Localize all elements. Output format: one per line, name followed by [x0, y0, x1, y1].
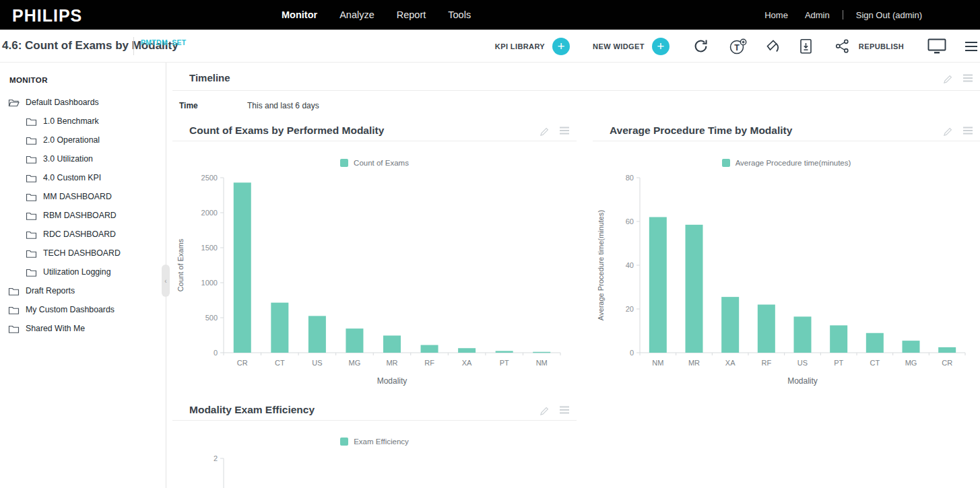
- bar-RF[interactable]: [421, 345, 438, 353]
- svg-text:RF: RF: [761, 359, 771, 367]
- add-text-icon[interactable]: T: [728, 37, 748, 56]
- widget-menu-icon[interactable]: [559, 126, 570, 140]
- folder-icon: [26, 230, 37, 240]
- tree-item-3-0-utilization[interactable]: 3.0 Utilization: [0, 149, 166, 168]
- bar-CR[interactable]: [938, 347, 956, 353]
- folder-icon: [26, 267, 37, 277]
- tree-item-rdc-dashboard[interactable]: RDC DASHBOARD: [0, 225, 166, 244]
- tree-item-1-0-benchmark[interactable]: 1.0 Benchmark: [0, 112, 166, 131]
- bar-RF[interactable]: [758, 305, 775, 353]
- bar-CT[interactable]: [866, 333, 884, 353]
- bar-MG[interactable]: [903, 341, 920, 353]
- tree-item-label: 4.0 Custom KPI: [43, 173, 101, 182]
- widget-menu-icon[interactable]: [962, 73, 973, 88]
- edit-pencil-icon[interactable]: [539, 126, 550, 140]
- nav-monitor[interactable]: Monitor: [282, 9, 317, 20]
- share-icon[interactable]: [834, 38, 851, 55]
- bar-XA[interactable]: [458, 348, 476, 353]
- kpi-library-plus-icon[interactable]: +: [552, 38, 570, 55]
- display-icon[interactable]: [927, 38, 947, 55]
- widget-menu-icon[interactable]: [962, 126, 973, 140]
- tree-item-utilization-logging[interactable]: Utilization Logging: [0, 263, 166, 281]
- avg-procedure-time-widget: Average Procedure Time by Modality Avera…: [593, 121, 980, 394]
- svg-text:NM: NM: [652, 359, 663, 367]
- timeline-title: Timeline: [189, 72, 230, 83]
- new-widget-button[interactable]: NEW WIDGET: [593, 42, 645, 50]
- topbar: PHILIPS MonitorAnalyzeReportTools HomeAd…: [0, 0, 980, 30]
- legend-label: Exam Efficiency: [354, 438, 409, 446]
- philips-logo: PHILIPS: [12, 6, 82, 26]
- nav-tools[interactable]: Tools: [448, 9, 471, 20]
- svg-text:CT: CT: [275, 359, 285, 367]
- tree-item-mm-dashboard[interactable]: MM DASHBOARD: [0, 187, 166, 206]
- toolbar: KPI LIBRARY + NEW WIDGET + T: [495, 30, 978, 63]
- tree-item-tech-dashboard[interactable]: TECH DASHBOARD: [0, 244, 166, 263]
- bar-XA[interactable]: [721, 297, 739, 353]
- edit-pencil-icon[interactable]: [539, 405, 550, 419]
- svg-text:MR: MR: [688, 359, 700, 367]
- sidebar: MONITOR Default Dashboards1.0 Benchmark2…: [0, 63, 166, 488]
- edit-pencil-icon[interactable]: [942, 126, 954, 140]
- tree-item-rbm-dashboard[interactable]: RBM DASHBOARD: [0, 206, 166, 225]
- svg-text:80: 80: [626, 174, 634, 182]
- bar-PT[interactable]: [496, 351, 513, 353]
- republish-button[interactable]: REPUBLISH: [859, 42, 904, 50]
- chart-canvas[interactable]: 05001000150020002500CRCTUSMGMRRFXAPTNMMo…: [172, 168, 577, 393]
- menu-icon[interactable]: [965, 40, 978, 53]
- nav-analyze[interactable]: Analyze: [339, 9, 374, 20]
- chart-canvas[interactable]: 2: [172, 449, 577, 488]
- legend-swatch: [340, 159, 348, 167]
- svg-text:2500: 2500: [201, 174, 218, 182]
- tree-item-my-custom-dashboards[interactable]: My Custom Dashboards: [0, 300, 166, 319]
- new-widget-plus-icon[interactable]: +: [652, 38, 669, 55]
- bar-PT[interactable]: [830, 325, 847, 353]
- topbar-right-links: HomeAdminSign Out (admin): [760, 0, 926, 30]
- bar-NM[interactable]: [649, 217, 667, 353]
- legend-exam-efficiency[interactable]: Exam Efficiency: [172, 438, 577, 446]
- topbar-link-sign-out-admin-[interactable]: Sign Out (admin): [852, 10, 926, 20]
- sidebar-section-title: MONITOR: [9, 76, 48, 84]
- topbar-link-home[interactable]: Home: [760, 10, 792, 20]
- count-of-exams-title: Count of Exams by Performed Modality: [189, 125, 384, 137]
- kpi-library-button[interactable]: KPI LIBRARY: [495, 42, 545, 50]
- dashboard-tree: Default Dashboards1.0 Benchmark2.0 Opera…: [0, 93, 166, 338]
- tree-item-label: My Custom Dashboards: [26, 305, 115, 314]
- paint-icon[interactable]: [764, 38, 782, 55]
- bar-MR[interactable]: [383, 336, 401, 353]
- tree-item-shared-with-me[interactable]: Shared With Me: [0, 319, 166, 338]
- main-nav: MonitorAnalyzeReportTools: [282, 0, 471, 30]
- folder-icon: [26, 135, 37, 145]
- tree-item-label: Utilization Logging: [43, 267, 111, 277]
- chart-canvas[interactable]: 020406080NMMRXARFUSPTCTMGCRModalityAvera…: [593, 168, 980, 393]
- bar-US[interactable]: [794, 316, 812, 353]
- legend-count-of-exams[interactable]: Count of Exams: [172, 159, 577, 167]
- svg-text:RF: RF: [424, 359, 434, 367]
- app-root: PHILIPS MonitorAnalyzeReportTools HomeAd…: [0, 0, 980, 488]
- refresh-icon[interactable]: [692, 38, 709, 55]
- dataset-tag[interactable]: PMTDM_SET: [141, 38, 186, 46]
- widget-menu-icon[interactable]: [559, 405, 570, 419]
- legend-avg-procedure-time[interactable]: Average Procedure time(minutes): [593, 159, 980, 167]
- svg-text:PT: PT: [834, 359, 843, 367]
- bar-US[interactable]: [308, 316, 326, 353]
- tree-item-default-dashboards[interactable]: Default Dashboards: [0, 93, 166, 112]
- topbar-link-admin[interactable]: Admin: [801, 10, 834, 20]
- bar-MG[interactable]: [346, 328, 363, 353]
- tree-item-2-0-operational[interactable]: 2.0 Operational: [0, 131, 166, 149]
- tree-item-4-0-custom-kpi[interactable]: 4.0 Custom KPI: [0, 168, 166, 187]
- svg-text:T: T: [734, 42, 740, 52]
- bar-CR[interactable]: [234, 182, 251, 353]
- bar-MR[interactable]: [686, 225, 703, 353]
- modality-exam-efficiency-widget: Modality Exam Efficiency Exam Efficiency…: [172, 400, 577, 488]
- sidebar-collapse-handle[interactable]: ‹: [162, 265, 170, 297]
- svg-text:0: 0: [630, 349, 634, 357]
- edit-pencil-icon[interactable]: [942, 73, 954, 88]
- folder-icon: [8, 305, 20, 315]
- bar-CT[interactable]: [271, 303, 288, 353]
- bar-NM[interactable]: [533, 352, 550, 353]
- nav-report[interactable]: Report: [397, 9, 426, 20]
- export-document-icon[interactable]: [798, 38, 814, 55]
- tree-item-label: Draft Reports: [26, 286, 75, 295]
- tree-item-draft-reports[interactable]: Draft Reports: [0, 281, 166, 300]
- open-folder-icon: [8, 98, 20, 108]
